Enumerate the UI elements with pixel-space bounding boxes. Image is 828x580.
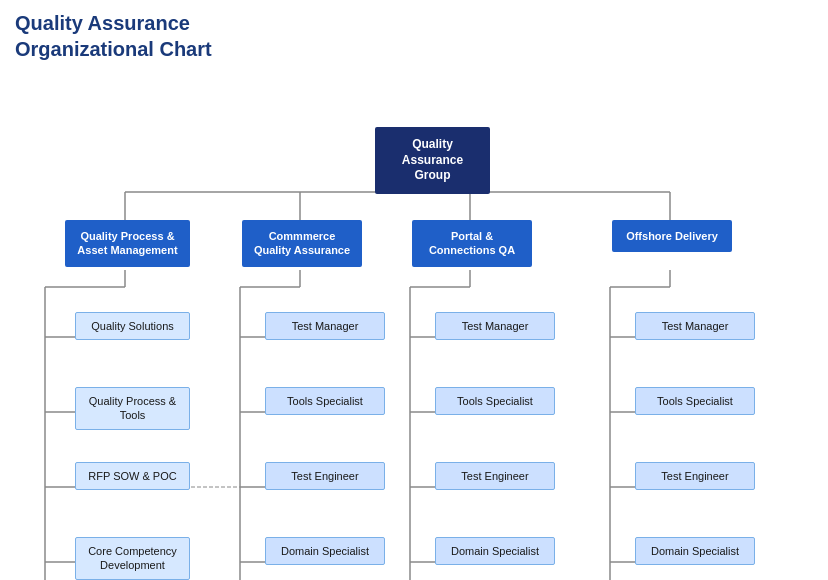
col1-row3-domain-specialist: Domain Specialist [265, 537, 385, 565]
col3-row1-tools-specialist: Tools Specialist [635, 387, 755, 415]
col1-row0-test-manager: Test Manager [265, 312, 385, 340]
lc-node-qs: Quality Solutions [75, 312, 190, 340]
col3-row3-domain-specialist: Domain Specialist [635, 537, 755, 565]
col2-row1-tools-specialist: Tools Specialist [435, 387, 555, 415]
org-chart: Quality Assurance Group Quality Process … [10, 72, 818, 580]
col1-row1-tools-specialist: Tools Specialist [265, 387, 385, 415]
l1-node-qpam: Quality Process &Asset Management [65, 220, 190, 267]
col2-row0-test-manager: Test Manager [435, 312, 555, 340]
col2-row3-domain-specialist: Domain Specialist [435, 537, 555, 565]
lc-node-ccd: Core CompetencyDevelopment [75, 537, 190, 580]
col3-row0-test-manager: Test Manager [635, 312, 755, 340]
col1-row2-test-engineer: Test Engineer [265, 462, 385, 490]
col3-row2-test-engineer: Test Engineer [635, 462, 755, 490]
l1-node-cqa: CommmerceQuality Assurance [242, 220, 362, 267]
page: Quality Assurance Organizational Chart [0, 0, 828, 580]
l1-node-pcqa: Portal &Connections QA [412, 220, 532, 267]
lc-node-qpt: Quality Process &Tools [75, 387, 190, 430]
lc-node-rfp: RFP SOW & POC [75, 462, 190, 490]
col2-row2-test-engineer: Test Engineer [435, 462, 555, 490]
l1-node-od: Offshore Delivery [612, 220, 732, 252]
root-node: Quality Assurance Group [375, 127, 490, 194]
page-title: Quality Assurance Organizational Chart [10, 10, 818, 62]
